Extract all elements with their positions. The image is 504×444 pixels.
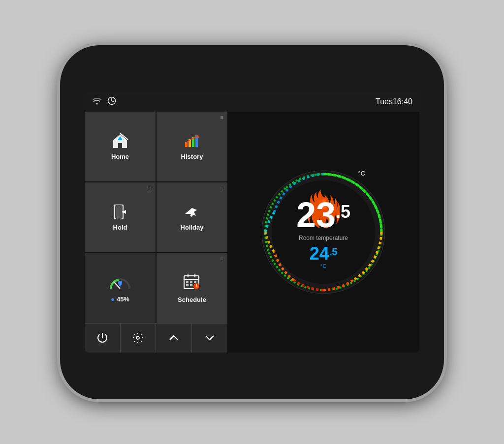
schedule-tile[interactable]: ≡: [157, 253, 227, 323]
set-temp-whole: 24: [310, 243, 329, 264]
svg-rect-3: [118, 143, 122, 148]
schedule-menu-icon: ≡: [220, 256, 223, 262]
hold-menu-icon: ≡: [149, 185, 152, 191]
unit-top: °C: [358, 170, 365, 177]
humidity-value: ● 45%: [111, 296, 129, 303]
temperature-gauge: 🔥 23 .5 Room temperature: [254, 163, 392, 301]
history-clock-icon: [107, 96, 116, 107]
status-icons: [92, 96, 116, 107]
thermostat-center: 23 .5 Room temperature 24 .5 °C °C: [296, 195, 350, 269]
home-icon: [111, 132, 129, 150]
history-icon: [183, 132, 201, 150]
tiles-grid: Home ≡: [85, 112, 227, 323]
humidity-gauge-icon: [109, 273, 131, 293]
datetime-display: Tues16:40: [376, 97, 412, 106]
drop-icon: ●: [111, 296, 115, 303]
set-temp-unit: °C: [320, 263, 326, 269]
right-panel: 🔥 23 .5 Room temperature: [227, 112, 419, 353]
status-bar: Tues16:40: [85, 92, 419, 112]
hold-icon: [111, 203, 129, 221]
home-tile[interactable]: Home: [85, 112, 156, 181]
up-button[interactable]: [156, 324, 192, 353]
wifi-icon: [92, 97, 102, 107]
history-tile[interactable]: ≡ History: [157, 112, 227, 181]
schedule-icon: [183, 272, 201, 291]
down-button[interactable]: [192, 324, 228, 353]
holiday-menu-icon: ≡: [220, 185, 223, 191]
room-temperature-display: 23 .5: [296, 197, 350, 233]
schedule-label: Schedule: [178, 296, 206, 303]
humidity-tile[interactable]: ● 45%: [85, 253, 156, 323]
svg-rect-22: [186, 284, 189, 286]
temp-whole: 23: [296, 197, 336, 233]
holiday-icon: [183, 203, 201, 221]
svg-rect-19: [186, 281, 189, 283]
temp-decimal: .5: [336, 203, 350, 221]
set-temp-decimal: .5: [329, 246, 338, 258]
hold-tile[interactable]: ≡ Hold: [85, 182, 156, 252]
svg-rect-21: [194, 281, 196, 283]
hold-label: Hold: [113, 224, 127, 231]
holiday-label: Holiday: [181, 224, 204, 231]
settings-button[interactable]: [121, 324, 157, 353]
bottom-bar: [85, 323, 227, 353]
svg-rect-11: [116, 205, 122, 219]
device-screen: Tues16:40 Home: [85, 92, 419, 353]
svg-rect-23: [190, 284, 192, 286]
left-panel: Home ≡: [85, 112, 227, 353]
holiday-tile[interactable]: ≡ Holiday: [157, 182, 227, 252]
home-label: Home: [111, 153, 129, 160]
history-label: History: [181, 153, 203, 160]
main-content: Home ≡: [85, 112, 419, 353]
set-temperature-display: 24 .5: [310, 243, 338, 264]
history-menu-icon: ≡: [220, 115, 223, 120]
svg-rect-20: [190, 281, 192, 283]
svg-point-28: [136, 336, 139, 339]
room-temp-label: Room temperature: [299, 235, 348, 241]
schedule-icon-area: [183, 272, 201, 293]
power-button[interactable]: [85, 324, 121, 353]
thermostat-device: Tues16:40 Home: [60, 45, 444, 399]
